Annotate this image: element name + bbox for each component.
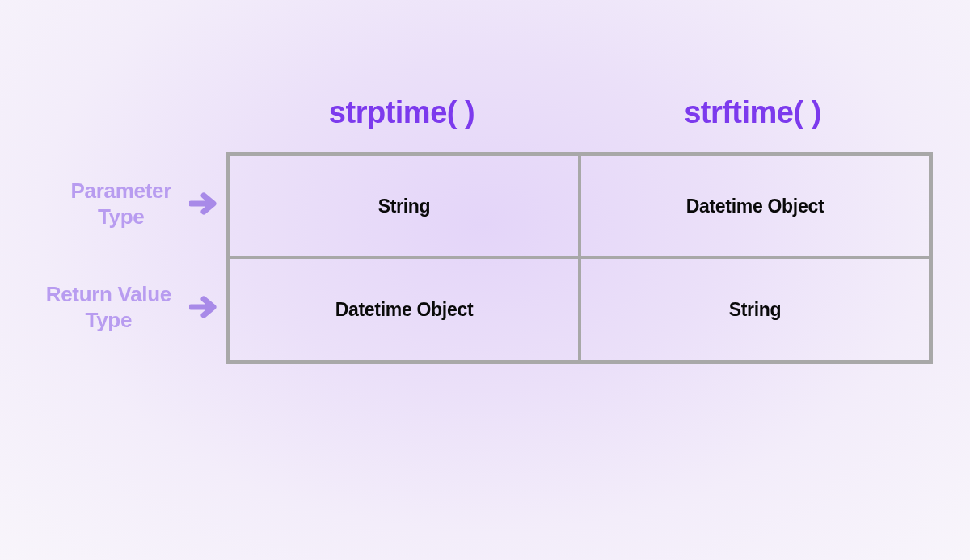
column-headers-row: strptime( ) strftime( ): [226, 81, 933, 152]
row-label-0-line2: Type: [71, 204, 172, 230]
comparison-table-container: Parameter Type Return Value Type str: [32, 81, 933, 364]
cell-r1c1: String: [580, 258, 930, 361]
row-label-return-value-type: Return Value Type: [46, 281, 171, 334]
arrow-right-icon: [189, 192, 218, 216]
column-header-strftime: strftime( ): [577, 95, 928, 130]
column-header-strptime: strptime( ): [226, 95, 577, 130]
table-grid: String Datetime Object Datetime Object S…: [226, 152, 933, 364]
arrow-right-icon: [189, 295, 218, 319]
row-labels-column: Parameter Type Return Value Type: [32, 152, 226, 359]
cell-r0c0: String: [229, 154, 580, 258]
row-label-parameter-type: Parameter Type: [71, 178, 172, 230]
cell-r0c1: Datetime Object: [580, 154, 930, 258]
table-area: strptime( ) strftime( ) String Datetime …: [226, 81, 933, 364]
row-label-1-wrap: Return Value Type: [32, 255, 226, 359]
cell-r1c0: Datetime Object: [229, 258, 580, 361]
row-label-1-line2: Type: [46, 307, 171, 334]
row-label-0-line1: Parameter: [71, 178, 172, 204]
row-label-0-wrap: Parameter Type: [32, 152, 226, 255]
row-label-1-line1: Return Value: [46, 281, 171, 308]
